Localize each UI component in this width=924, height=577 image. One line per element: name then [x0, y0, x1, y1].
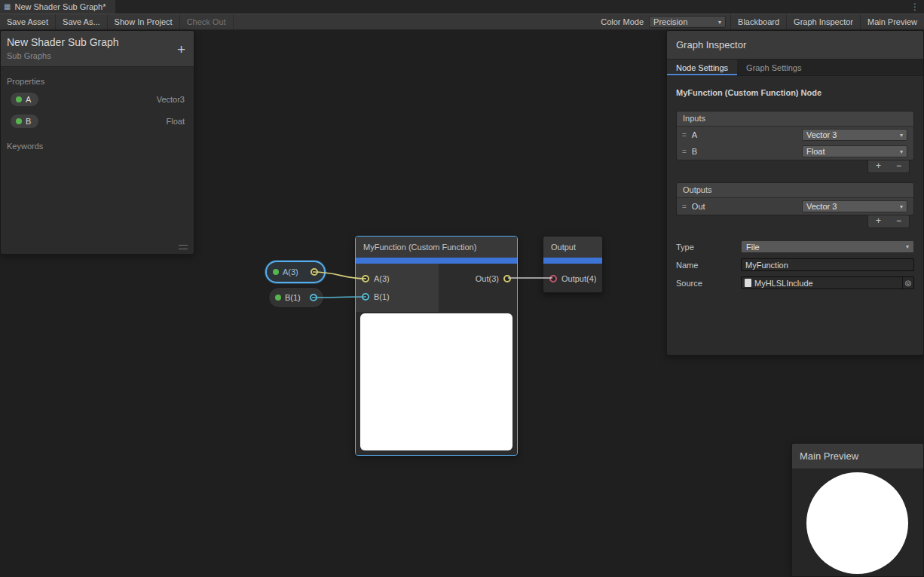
node-preview	[356, 312, 517, 455]
resize-handle[interactable]	[179, 245, 188, 249]
blackboard-header[interactable]: New Shader Sub Graph Sub Graphs +	[1, 31, 194, 67]
port-label: Out(3)	[476, 274, 499, 283]
input-row-b[interactable]: = B Float ▾	[677, 143, 913, 160]
blackboard-title: New Shader Sub Graph	[7, 36, 188, 48]
keywords-section-label: Keywords	[7, 142, 188, 151]
outputs-list-header: Outputs	[677, 183, 913, 198]
preview-sphere	[806, 472, 908, 574]
drag-handle-icon[interactable]: =	[682, 203, 687, 211]
property-pill[interactable]: B	[10, 114, 39, 129]
property-node-b[interactable]: B(1)	[268, 287, 324, 308]
output-type-value: Vector 3	[806, 202, 837, 211]
color-mode-value: Precision	[653, 17, 687, 26]
tab-node-settings[interactable]: Node Settings	[667, 60, 737, 75]
shader-graph-icon: ▦	[4, 3, 11, 11]
inputs-list-header: Inputs	[677, 111, 913, 127]
inspector-title[interactable]: Graph Inspector	[667, 31, 923, 60]
preview-viewport[interactable]	[792, 469, 923, 577]
node-title[interactable]: MyFunction (Custom Function)	[356, 237, 517, 258]
chevron-down-icon: ▾	[900, 132, 903, 139]
node-accent-bar	[356, 258, 517, 264]
name-field-row: Name MyFunction	[676, 258, 914, 271]
object-picker-icon[interactable]: ◎	[902, 277, 913, 288]
input-type-value: Float	[806, 147, 825, 156]
chevron-down-icon: ▾	[900, 203, 903, 210]
output-port-icon[interactable]	[310, 294, 317, 301]
input-type-value: Vector 3	[806, 130, 837, 139]
drag-handle-icon[interactable]: =	[682, 148, 687, 156]
port-label: B(1)	[374, 292, 390, 301]
main-toolbar: Save Asset Save As... Show In Project Ch…	[0, 14, 924, 30]
check-out-button: Check Out	[180, 14, 234, 29]
input-type-dropdown[interactable]: Vector 3 ▾	[802, 129, 907, 141]
type-value: File	[746, 243, 760, 252]
input-type-dropdown[interactable]: Float ▾	[802, 145, 907, 157]
add-property-button[interactable]: +	[177, 41, 185, 56]
source-label: Source	[676, 279, 741, 288]
document-tab[interactable]: ▦ New Shader Sub Graph*	[0, 0, 115, 14]
source-value: MyHLSLInclude	[754, 279, 899, 288]
property-row-a[interactable]: A Vector3	[1, 88, 194, 110]
node-port-area: Output(4)	[543, 264, 602, 292]
graph-inspector-toggle-button[interactable]: Graph Inspector	[786, 14, 860, 29]
output-port-icon[interactable]	[503, 275, 511, 282]
output-row-out[interactable]: = Out Vector 3 ▾	[677, 198, 913, 215]
input-port-icon[interactable]	[362, 293, 369, 301]
add-input-button[interactable]: +	[868, 160, 889, 172]
input-port-row: A(3)	[356, 270, 439, 288]
node-output-column: Out(3)	[439, 264, 517, 312]
inspector-body: MyFunction (Custom Function) Node Inputs…	[667, 76, 923, 304]
type-label: Type	[676, 243, 741, 252]
output-name: Out	[692, 202, 797, 211]
remove-input-button[interactable]: −	[889, 160, 909, 172]
graph-inspector-panel: Graph Inspector Node Settings Graph Sett…	[666, 30, 924, 356]
outputs-list: Outputs = Out Vector 3 ▾	[676, 182, 914, 215]
type-field-row: Type File ▾	[676, 240, 914, 253]
name-input[interactable]: MyFunction	[741, 258, 914, 271]
inputs-list: Inputs = A Vector 3 ▾ = B Float	[676, 111, 914, 160]
chevron-down-icon: ▾	[906, 243, 909, 250]
output-port-icon[interactable]	[311, 268, 318, 276]
source-field-row: Source MyHLSLInclude ◎	[676, 276, 914, 289]
output-node[interactable]: Output Output(4)	[543, 236, 603, 293]
toolbar-right-group: Color Mode Precision ▾ Blackboard Graph …	[595, 14, 924, 29]
type-dropdown[interactable]: File ▾	[741, 240, 914, 253]
input-name: B	[692, 147, 797, 156]
shader-graph-window: ▦ New Shader Sub Graph* ⋮ Save Asset Sav…	[0, 0, 924, 577]
main-preview-toggle-button[interactable]: Main Preview	[860, 14, 924, 29]
custom-function-node[interactable]: MyFunction (Custom Function) A(3) B(1) O…	[355, 236, 518, 456]
chevron-down-icon: ▾	[900, 148, 903, 155]
node-port-area: A(3) B(1) Out(3)	[356, 264, 517, 312]
add-output-button[interactable]: +	[868, 215, 889, 227]
source-object-field[interactable]: MyHLSLInclude ◎	[741, 276, 914, 289]
property-type: Vector3	[157, 95, 185, 104]
property-pill[interactable]: A	[10, 92, 39, 107]
main-preview-title[interactable]: Main Preview	[792, 444, 923, 469]
save-asset-button[interactable]: Save Asset	[0, 14, 56, 29]
property-row-b[interactable]: B Float	[1, 110, 194, 132]
node-accent-bar	[543, 258, 602, 264]
drag-handle-icon[interactable]: =	[682, 131, 687, 139]
tab-title: New Shader Sub Graph*	[14, 2, 106, 11]
output-port-row: Out(3)	[439, 270, 517, 288]
property-node-label: A(3)	[283, 267, 298, 276]
tab-graph-settings[interactable]: Graph Settings	[737, 60, 810, 75]
kebab-menu-icon[interactable]: ⋮	[910, 0, 919, 14]
node-title[interactable]: Output	[543, 237, 602, 258]
property-name: B	[26, 117, 31, 126]
graph-canvas[interactable]: A(3) B(1) MyFunction (Custom Function) A…	[0, 30, 924, 577]
output-type-dropdown[interactable]: Vector 3 ▾	[802, 200, 907, 212]
show-in-project-button[interactable]: Show In Project	[108, 14, 180, 29]
input-port-icon[interactable]	[549, 275, 557, 282]
port-label: Output(4)	[561, 274, 596, 283]
blackboard-toggle-button[interactable]: Blackboard	[730, 14, 786, 29]
input-row-a[interactable]: = A Vector 3 ▾	[677, 127, 913, 143]
save-as-button[interactable]: Save As...	[56, 14, 108, 29]
remove-output-button[interactable]: −	[889, 215, 909, 227]
exposed-property-dot-icon	[273, 269, 279, 275]
color-mode-dropdown[interactable]: Precision ▾	[649, 16, 726, 28]
exposed-property-dot-icon	[16, 96, 22, 102]
input-port-icon[interactable]	[362, 275, 369, 282]
property-node-a[interactable]: A(3)	[265, 261, 326, 283]
property-type: Float	[167, 117, 185, 126]
